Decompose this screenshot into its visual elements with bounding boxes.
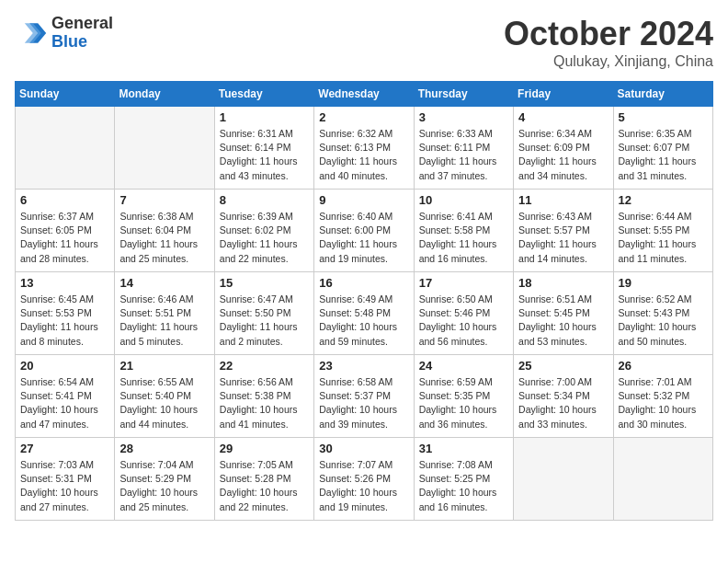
calendar-cell: 3Sunrise: 6:33 AM Sunset: 6:11 PM Daylig… bbox=[414, 107, 513, 190]
day-info: Sunrise: 6:52 AM Sunset: 5:43 PM Dayligh… bbox=[619, 293, 708, 349]
weekday-friday: Friday bbox=[514, 82, 613, 107]
day-info: Sunrise: 7:03 AM Sunset: 5:31 PM Dayligh… bbox=[20, 458, 109, 514]
calendar-cell: 21Sunrise: 6:55 AM Sunset: 5:40 PM Dayli… bbox=[115, 355, 214, 438]
day-number: 3 bbox=[419, 110, 508, 124]
day-number: 20 bbox=[20, 359, 109, 373]
title-block: October 2024 Qulukay, Xinjiang, China bbox=[504, 15, 713, 70]
calendar-cell: 11Sunrise: 6:43 AM Sunset: 5:57 PM Dayli… bbox=[514, 190, 613, 272]
month-title: October 2024 bbox=[504, 15, 713, 53]
day-info: Sunrise: 6:58 AM Sunset: 5:37 PM Dayligh… bbox=[319, 375, 408, 431]
day-info: Sunrise: 6:56 AM Sunset: 5:38 PM Dayligh… bbox=[220, 375, 309, 431]
calendar-cell: 1Sunrise: 6:31 AM Sunset: 6:14 PM Daylig… bbox=[214, 107, 313, 190]
weekday-tuesday: Tuesday bbox=[214, 82, 313, 107]
day-info: Sunrise: 6:55 AM Sunset: 5:40 PM Dayligh… bbox=[119, 375, 209, 431]
week-row-4: 20Sunrise: 6:54 AM Sunset: 5:41 PM Dayli… bbox=[16, 355, 713, 438]
calendar-cell: 28Sunrise: 7:04 AM Sunset: 5:29 PM Dayli… bbox=[115, 438, 214, 521]
calendar-cell: 15Sunrise: 6:47 AM Sunset: 5:50 PM Dayli… bbox=[214, 272, 313, 355]
day-info: Sunrise: 6:31 AM Sunset: 6:14 PM Dayligh… bbox=[220, 127, 309, 183]
calendar-cell: 10Sunrise: 6:41 AM Sunset: 5:58 PM Dayli… bbox=[414, 190, 513, 272]
day-number: 15 bbox=[220, 276, 309, 290]
day-info: Sunrise: 6:46 AM Sunset: 5:51 PM Dayligh… bbox=[119, 293, 209, 349]
day-number: 12 bbox=[619, 193, 708, 207]
weekday-monday: Monday bbox=[115, 82, 214, 107]
calendar-cell: 19Sunrise: 6:52 AM Sunset: 5:43 PM Dayli… bbox=[613, 272, 712, 355]
weekday-header-row: SundayMondayTuesdayWednesdayThursdayFrid… bbox=[16, 82, 713, 107]
calendar-cell: 13Sunrise: 6:45 AM Sunset: 5:53 PM Dayli… bbox=[16, 272, 115, 355]
day-info: Sunrise: 6:39 AM Sunset: 6:02 PM Dayligh… bbox=[220, 210, 309, 266]
calendar-cell bbox=[514, 438, 613, 521]
day-info: Sunrise: 6:35 AM Sunset: 6:07 PM Dayligh… bbox=[619, 127, 708, 183]
day-number: 16 bbox=[319, 276, 408, 290]
calendar-cell: 5Sunrise: 6:35 AM Sunset: 6:07 PM Daylig… bbox=[613, 107, 712, 190]
week-row-2: 6Sunrise: 6:37 AM Sunset: 6:05 PM Daylig… bbox=[16, 190, 713, 272]
calendar-cell: 2Sunrise: 6:32 AM Sunset: 6:13 PM Daylig… bbox=[314, 107, 414, 190]
day-info: Sunrise: 7:07 AM Sunset: 5:26 PM Dayligh… bbox=[319, 458, 408, 514]
day-number: 7 bbox=[119, 193, 209, 207]
weekday-saturday: Saturday bbox=[613, 82, 712, 107]
day-number: 11 bbox=[518, 193, 608, 207]
day-number: 10 bbox=[419, 193, 508, 207]
calendar-cell: 23Sunrise: 6:58 AM Sunset: 5:37 PM Dayli… bbox=[314, 355, 414, 438]
logo-text: General Blue bbox=[51, 15, 113, 52]
calendar-cell: 17Sunrise: 6:50 AM Sunset: 5:46 PM Dayli… bbox=[414, 272, 513, 355]
day-number: 21 bbox=[119, 359, 209, 373]
calendar-cell: 24Sunrise: 6:59 AM Sunset: 5:35 PM Dayli… bbox=[414, 355, 513, 438]
day-number: 18 bbox=[518, 276, 608, 290]
logo-icon bbox=[15, 17, 48, 50]
day-number: 8 bbox=[220, 193, 309, 207]
day-number: 26 bbox=[619, 359, 708, 373]
day-number: 29 bbox=[220, 442, 309, 455]
day-info: Sunrise: 6:37 AM Sunset: 6:05 PM Dayligh… bbox=[20, 210, 109, 266]
day-info: Sunrise: 6:54 AM Sunset: 5:41 PM Dayligh… bbox=[20, 375, 109, 431]
day-number: 22 bbox=[220, 359, 309, 373]
week-row-5: 27Sunrise: 7:03 AM Sunset: 5:31 PM Dayli… bbox=[16, 438, 713, 521]
day-info: Sunrise: 6:59 AM Sunset: 5:35 PM Dayligh… bbox=[419, 375, 508, 431]
calendar-cell: 31Sunrise: 7:08 AM Sunset: 5:25 PM Dayli… bbox=[414, 438, 513, 521]
day-info: Sunrise: 7:01 AM Sunset: 5:32 PM Dayligh… bbox=[619, 375, 708, 431]
day-number: 25 bbox=[518, 359, 608, 373]
day-info: Sunrise: 6:41 AM Sunset: 5:58 PM Dayligh… bbox=[419, 210, 508, 266]
day-number: 1 bbox=[220, 110, 309, 124]
calendar-cell bbox=[16, 107, 115, 190]
week-row-3: 13Sunrise: 6:45 AM Sunset: 5:53 PM Dayli… bbox=[16, 272, 713, 355]
day-info: Sunrise: 7:04 AM Sunset: 5:29 PM Dayligh… bbox=[119, 458, 209, 514]
calendar-cell: 22Sunrise: 6:56 AM Sunset: 5:38 PM Dayli… bbox=[214, 355, 313, 438]
day-number: 17 bbox=[419, 276, 508, 290]
calendar-cell: 27Sunrise: 7:03 AM Sunset: 5:31 PM Dayli… bbox=[16, 438, 115, 521]
calendar-cell: 29Sunrise: 7:05 AM Sunset: 5:28 PM Dayli… bbox=[214, 438, 313, 521]
page-header: General Blue October 2024 Qulukay, Xinji… bbox=[15, 15, 713, 70]
day-number: 13 bbox=[20, 276, 109, 290]
day-number: 4 bbox=[518, 110, 608, 124]
day-number: 24 bbox=[419, 359, 508, 373]
calendar-cell: 6Sunrise: 6:37 AM Sunset: 6:05 PM Daylig… bbox=[16, 190, 115, 272]
weekday-thursday: Thursday bbox=[414, 82, 513, 107]
calendar-cell: 20Sunrise: 6:54 AM Sunset: 5:41 PM Dayli… bbox=[16, 355, 115, 438]
calendar-cell: 18Sunrise: 6:51 AM Sunset: 5:45 PM Dayli… bbox=[514, 272, 613, 355]
week-row-1: 1Sunrise: 6:31 AM Sunset: 6:14 PM Daylig… bbox=[16, 107, 713, 190]
location-subtitle: Qulukay, Xinjiang, China bbox=[504, 53, 713, 70]
weekday-sunday: Sunday bbox=[16, 82, 115, 107]
day-number: 28 bbox=[119, 442, 209, 455]
calendar-cell: 26Sunrise: 7:01 AM Sunset: 5:32 PM Dayli… bbox=[613, 355, 712, 438]
day-number: 19 bbox=[619, 276, 708, 290]
day-info: Sunrise: 7:00 AM Sunset: 5:34 PM Dayligh… bbox=[518, 375, 608, 431]
day-number: 14 bbox=[119, 276, 209, 290]
day-number: 9 bbox=[319, 193, 408, 207]
day-number: 31 bbox=[419, 442, 508, 455]
day-info: Sunrise: 7:05 AM Sunset: 5:28 PM Dayligh… bbox=[220, 458, 309, 514]
calendar-cell: 12Sunrise: 6:44 AM Sunset: 5:55 PM Dayli… bbox=[613, 190, 712, 272]
day-info: Sunrise: 6:47 AM Sunset: 5:50 PM Dayligh… bbox=[220, 293, 309, 349]
day-info: Sunrise: 6:32 AM Sunset: 6:13 PM Dayligh… bbox=[319, 127, 408, 183]
logo: General Blue bbox=[15, 15, 113, 52]
day-info: Sunrise: 6:50 AM Sunset: 5:46 PM Dayligh… bbox=[419, 293, 508, 349]
day-info: Sunrise: 6:34 AM Sunset: 6:09 PM Dayligh… bbox=[518, 127, 608, 183]
day-info: Sunrise: 7:08 AM Sunset: 5:25 PM Dayligh… bbox=[419, 458, 508, 514]
calendar-cell: 7Sunrise: 6:38 AM Sunset: 6:04 PM Daylig… bbox=[115, 190, 214, 272]
day-info: Sunrise: 6:49 AM Sunset: 5:48 PM Dayligh… bbox=[319, 293, 408, 349]
day-info: Sunrise: 6:38 AM Sunset: 6:04 PM Dayligh… bbox=[119, 210, 209, 266]
day-number: 5 bbox=[619, 110, 708, 124]
day-info: Sunrise: 6:33 AM Sunset: 6:11 PM Dayligh… bbox=[419, 127, 508, 183]
calendar-body: 1Sunrise: 6:31 AM Sunset: 6:14 PM Daylig… bbox=[16, 107, 713, 521]
calendar-cell: 4Sunrise: 6:34 AM Sunset: 6:09 PM Daylig… bbox=[514, 107, 613, 190]
day-number: 30 bbox=[319, 442, 408, 455]
